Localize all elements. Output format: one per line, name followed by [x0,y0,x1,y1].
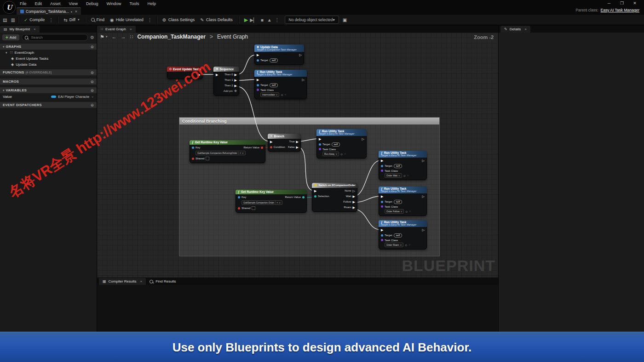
selection-pin[interactable] [314,195,316,198]
section-functions[interactable]: FUNCTIONS (4 OVERRIDABLE) ⊕ [0,69,97,75]
exec-out-pin[interactable]: ▶ [235,73,237,76]
false-exec-out-pin[interactable]: ▶ [296,146,299,149]
clear-icon[interactable]: × [238,152,241,154]
search-input[interactable] [30,35,85,40]
exec-out-pin[interactable]: ▷ [362,137,364,141]
breadcrumb-current[interactable]: Event Graph [217,34,248,40]
debug-object-select[interactable]: No debug object selected ▾ [285,16,339,24]
class-settings-button[interactable]: ⚙ Class Settings [160,16,198,24]
use-asset-icon[interactable]: ⊙ [340,153,343,156]
exec-out-pin[interactable]: ▶ [198,73,201,76]
node-update-data[interactable]: ◈Update Data Target is Companion Task Ma… [254,45,304,65]
minimize-button[interactable]: ─ [603,0,615,7]
add-pin-icon[interactable]: ⊕ [234,89,237,93]
class-pin[interactable] [257,89,259,91]
debug-browse-icon[interactable]: ▣ [343,17,347,23]
task-class-dropdown[interactable]: Order Follow∨ [385,209,404,214]
exec-in-pin[interactable]: ▶ [270,140,272,143]
compile-button[interactable]: ✓ Compile [21,16,47,24]
compile-options-icon[interactable]: ⋮ [47,17,55,23]
parent-class-link[interactable]: Easy AI Task Manager [601,8,639,12]
key-pin[interactable] [238,196,240,198]
add-dispatcher-icon[interactable]: ⊕ [90,103,94,107]
none-exec-out-pin[interactable]: ▷ [353,189,355,192]
chevron-down-icon[interactable]: ▾ [106,35,108,39]
tree-item-eventgraph[interactable]: ▾ ∷ EventGraph [0,50,97,56]
target-pin[interactable] [381,165,383,167]
exec-out-pin[interactable]: ▷ [422,159,425,162]
exec-out-pin[interactable]: ▷ [422,228,425,232]
condition-pin[interactable] [270,146,272,148]
exec-in-pin[interactable]: ▶ [319,137,321,141]
tab-find-results[interactable]: Find Results [146,278,179,285]
menu-file[interactable]: File [16,1,31,6]
menu-edit[interactable]: Edit [31,1,46,6]
tab-details[interactable]: ✎ Details × [500,26,530,33]
find-button[interactable]: Find [88,16,108,24]
shared-pin[interactable] [192,158,194,160]
doc-tab-companion-taskmanager[interactable]: Companion_TaskMana... • × [17,7,81,15]
target-pin[interactable] [381,201,383,203]
variable-row-value[interactable]: Value EAI Player Characte ⌄ [0,93,97,100]
task-class-dropdown[interactable]: Run Away∨ [322,152,339,156]
follow-exec-out-pin[interactable]: ▶ [353,200,355,204]
shared-checkbox[interactable] [252,206,255,210]
exec-in-pin[interactable]: ▶ [314,189,316,192]
save-icon[interactable]: ▤ [3,17,7,23]
exec-out-pin[interactable]: ▶ [235,79,237,82]
node-run-utility-task-order-follow[interactable]: ƒRun Utility Task Target is Easy AI Task… [379,187,427,216]
target-pin[interactable] [381,234,383,237]
class-defaults-button[interactable]: ✎ Class Defaults [197,16,235,24]
tab-close-icon[interactable]: × [130,27,132,31]
node-run-utility-task-order-wait[interactable]: ƒRun Utility Task Target is Easy AI Task… [379,151,427,180]
tab-close-icon[interactable]: × [75,9,77,14]
add-macro-icon[interactable]: ⊕ [90,79,94,84]
wait-exec-out-pin[interactable]: ▶ [353,195,355,198]
browse-asset-icon[interactable]: ○ [344,153,346,155]
browse-asset-icon[interactable]: ▥ [11,17,15,23]
browse-asset-icon[interactable]: ○ [408,243,410,246]
breadcrumb-root[interactable]: Companion_TaskManager [137,34,205,40]
key-dropdown[interactable]: GaltSample.Companion.Order×∨ [242,200,282,205]
exec-in-pin[interactable]: ▶ [381,228,383,232]
add-function-icon[interactable]: ⊕ [90,70,94,75]
close-button[interactable]: ✕ [628,0,641,7]
true-exec-out-pin[interactable]: ▶ [296,140,299,143]
tree-item-event-update-tasks[interactable]: ◈ Event Update Tasks [0,56,97,62]
exec-out-pin[interactable]: ▷ [302,78,305,81]
hide-unrelated-button[interactable]: ◉ Hide Unrelated [107,16,146,24]
menu-tools[interactable]: Tools [125,1,143,6]
section-event-dispatchers[interactable]: EVENT DISPATCHERS ⊕ [0,102,97,108]
panel-close-icon[interactable]: × [34,27,36,31]
shared-pin[interactable] [238,207,240,209]
frame-skip-button[interactable]: ▶▏ [248,17,259,23]
section-graphs[interactable]: ▾ GRAPHS ⊕ [0,44,97,50]
forward-icon[interactable]: → [121,34,126,40]
class-pin[interactable] [381,239,383,241]
exec-in-pin[interactable]: ▶ [257,53,259,57]
add-variable-icon[interactable]: ⊕ [90,88,94,93]
tab-close-icon[interactable]: × [140,279,142,283]
exec-in-pin[interactable]: ▶ [257,78,259,81]
use-asset-icon[interactable]: ⊙ [405,243,407,247]
node-switch-companion-order[interactable]: ▦Switch on ECompanionOrder ▶None▷ Select… [312,183,357,212]
play-options-icon[interactable]: ⋮ [274,17,281,23]
class-pin[interactable] [381,205,383,208]
stop-button[interactable]: ■ [259,17,265,23]
back-icon[interactable]: ← [111,34,116,40]
menu-debug[interactable]: Debug [82,1,103,6]
node-run-utility-task-run-away[interactable]: ƒRun Utility Task Target is Easy AI Task… [316,129,367,158]
bookmark-icon[interactable]: ⚑ [100,34,104,40]
menu-window[interactable]: Window [102,1,125,6]
return-value-pin[interactable] [302,196,305,198]
filter-gear-icon[interactable]: ⚙ [90,35,94,40]
eject-button[interactable]: ▲ [265,17,274,23]
menu-view[interactable]: View [65,1,82,6]
browse-asset-icon[interactable]: ○ [407,174,409,177]
node-sequence[interactable]: ⇉Sequence ▶Then 0▶ Then 1▶ Then 2▶ Add p… [213,67,239,96]
return-value-pin[interactable] [261,147,263,149]
node-run-utility-task-order-roam[interactable]: ƒRun Utility Task Target is Easy AI Task… [379,220,427,249]
node-get-runtime-key-value-refusing[interactable]: ƒGet Runtime Key Value KeyReturn Value G… [190,140,265,163]
add-graph-icon[interactable]: ⊕ [90,45,94,49]
menu-help[interactable]: Help [143,1,160,6]
